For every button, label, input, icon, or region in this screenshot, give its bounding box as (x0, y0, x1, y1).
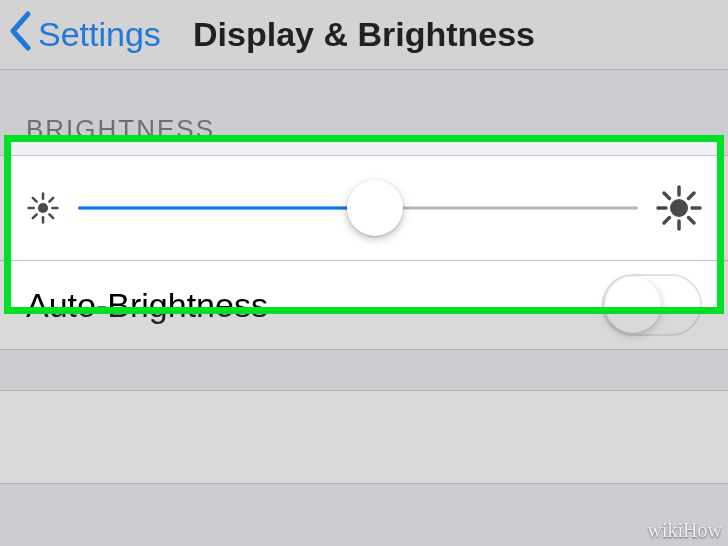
brightness-slider-row (0, 155, 728, 261)
toggle-knob (605, 277, 661, 333)
svg-line-16 (664, 218, 670, 224)
svg-line-8 (49, 198, 53, 202)
svg-point-9 (670, 199, 688, 217)
svg-line-17 (689, 193, 695, 199)
brightness-slider[interactable] (78, 178, 638, 238)
page-title: Display & Brightness (193, 15, 535, 54)
back-label: Settings (38, 15, 161, 54)
back-button[interactable]: Settings (8, 11, 161, 59)
auto-brightness-toggle[interactable] (602, 274, 702, 336)
slider-thumb[interactable] (347, 180, 403, 236)
svg-point-0 (38, 203, 48, 213)
svg-line-14 (664, 193, 670, 199)
next-section-row[interactable] (0, 390, 728, 484)
auto-brightness-label: Auto-Brightness (26, 286, 268, 325)
svg-line-7 (33, 214, 37, 218)
navbar: Settings Display & Brightness (0, 0, 728, 70)
watermark: wikiHow (648, 519, 722, 542)
chevron-left-icon (8, 11, 38, 59)
svg-line-5 (33, 198, 37, 202)
auto-brightness-row: Auto-Brightness (0, 260, 728, 350)
svg-line-6 (49, 214, 53, 218)
brightness-section-header: BRIGHTNESS (0, 70, 728, 155)
svg-line-15 (689, 218, 695, 224)
slider-fill (78, 207, 375, 210)
brightness-low-icon (26, 191, 60, 225)
brightness-high-icon (656, 185, 702, 231)
